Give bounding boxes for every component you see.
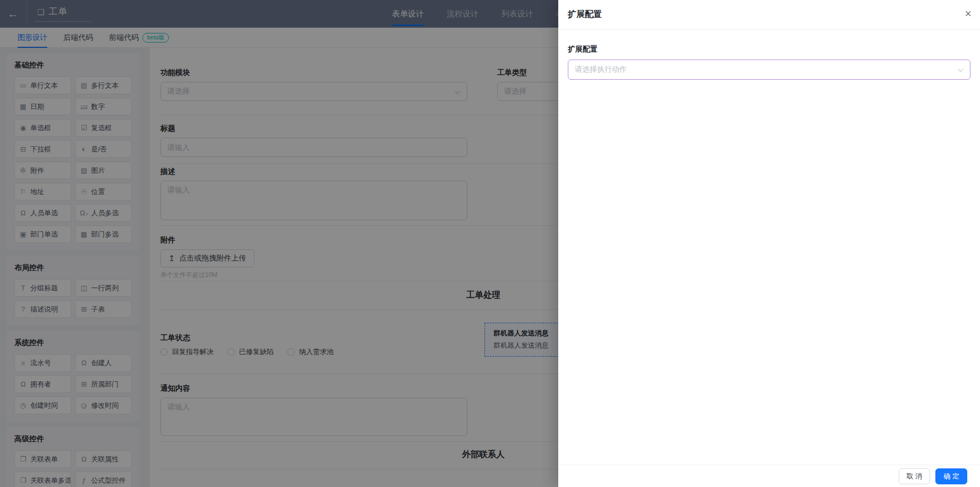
drawer-field-label: 扩展配置 xyxy=(568,45,970,54)
confirm-button[interactable]: 确 定 xyxy=(935,468,967,484)
action-select[interactable]: 请选择执行动作 xyxy=(568,60,970,80)
close-icon[interactable]: × xyxy=(965,7,972,20)
drawer-header: 扩展配置 × xyxy=(558,0,980,30)
cancel-button[interactable]: 取 消 xyxy=(899,468,931,484)
drawer-body: 扩展配置 请选择执行动作 xyxy=(558,30,980,80)
drawer-title: 扩展配置 xyxy=(568,9,602,20)
chevron-down-icon xyxy=(958,67,964,72)
drawer-footer: 取 消 确 定 xyxy=(558,465,980,487)
drawer-mask[interactable] xyxy=(0,0,558,487)
action-select-placeholder: 请选择执行动作 xyxy=(575,65,627,74)
extension-config-drawer: 扩展配置 × 扩展配置 请选择执行动作 取 消 确 定 xyxy=(558,0,980,487)
